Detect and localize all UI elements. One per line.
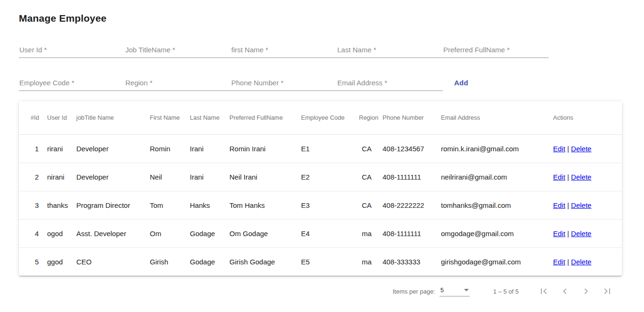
employee-form-row-2: Add bbox=[19, 74, 644, 91]
edit-link[interactable]: Edit bbox=[553, 201, 565, 209]
form-fields-row-1 bbox=[19, 41, 549, 58]
cell-phone: 408-333333 bbox=[383, 247, 441, 276]
column-header-user-id: User Id bbox=[47, 101, 76, 134]
action-separator: | bbox=[565, 173, 571, 181]
form-field-phone-number bbox=[231, 74, 337, 91]
cell-first-name: Romin bbox=[150, 134, 190, 163]
region-input[interactable] bbox=[125, 74, 231, 90]
cell-user-id: rirani bbox=[47, 134, 76, 163]
cell-region: CA bbox=[359, 163, 383, 191]
cell-preferred-fullname: Om Godage bbox=[229, 219, 301, 247]
cell-email: romin.k.irani@gmail.com bbox=[441, 134, 553, 163]
last-name-input[interactable] bbox=[337, 41, 443, 57]
paginator: Items per page: 5 1 – 5 of 5 bbox=[0, 282, 644, 301]
employee-code-input[interactable] bbox=[19, 74, 125, 90]
cell-phone: 408-1111111 bbox=[383, 163, 441, 191]
cell-user-id: ogod bbox=[47, 219, 76, 247]
action-separator: | bbox=[565, 145, 571, 153]
chevron-left-icon bbox=[559, 286, 571, 297]
page-size-value: 5 bbox=[440, 287, 444, 294]
delete-link[interactable]: Delete bbox=[571, 145, 591, 153]
column-header-email-address: Email Address bbox=[441, 101, 553, 134]
phone-number-input[interactable] bbox=[231, 74, 337, 90]
first-page-button[interactable] bbox=[534, 282, 553, 301]
preferred-fullname-input[interactable] bbox=[443, 41, 549, 57]
cell-job-title: CEO bbox=[76, 247, 150, 276]
page-size-select[interactable]: 5 bbox=[440, 287, 470, 296]
form-field-job-titlename bbox=[125, 41, 231, 58]
cell-region: CA bbox=[359, 134, 383, 163]
cell-actions: Edit | Delete bbox=[553, 219, 622, 247]
edit-link[interactable]: Edit bbox=[553, 230, 565, 238]
cell-first-name: Tom bbox=[150, 191, 190, 219]
table-row: 4ogodAsst. DeveloperOmGodageOm GodageE4m… bbox=[19, 219, 622, 247]
cell-email: girishgodage@gmail.com bbox=[441, 247, 553, 276]
last-page-button[interactable] bbox=[598, 282, 617, 301]
table-row: 1riraniDeveloperRominIraniRomin IraniE1C… bbox=[19, 134, 622, 163]
cell-last-name: Godage bbox=[190, 247, 229, 276]
paginator-range-label: 1 – 5 of 5 bbox=[493, 288, 519, 295]
job-titlename-input[interactable] bbox=[125, 41, 231, 57]
add-button[interactable]: Add bbox=[449, 75, 473, 91]
cell-job-title: Developer bbox=[76, 163, 150, 191]
email-address-input[interactable] bbox=[337, 74, 443, 90]
action-separator: | bbox=[565, 201, 571, 209]
edit-link[interactable]: Edit bbox=[553, 173, 565, 181]
column-header-phone-number: Phone Number bbox=[383, 101, 441, 134]
cell-employee-code: E5 bbox=[301, 247, 359, 276]
employee-form-row-1 bbox=[19, 41, 644, 58]
column-header-last-name: Last Name bbox=[190, 101, 229, 134]
cell-job-title: Asst. Developer bbox=[76, 219, 150, 247]
column-header-preferred-fullname: Preferred FullName bbox=[229, 101, 301, 134]
form-field-preferred-fullname bbox=[443, 41, 549, 58]
form-field-last-name bbox=[337, 41, 443, 58]
chevron-down-icon bbox=[464, 289, 469, 291]
table-row: 5ggodCEOGirishGodageGirish GodageE5ma408… bbox=[19, 247, 622, 276]
cell-phone: 408-1111111 bbox=[383, 219, 441, 247]
cell-last-name: Godage bbox=[190, 219, 229, 247]
cell-user-id: ggod bbox=[47, 247, 76, 276]
next-page-button[interactable] bbox=[577, 282, 595, 301]
cell-first-name: Om bbox=[150, 219, 190, 247]
cell-employee-code: E2 bbox=[301, 163, 359, 191]
page-title: Manage Employee bbox=[19, 13, 644, 24]
form-fields-row-2 bbox=[19, 74, 443, 91]
form-field-region bbox=[125, 74, 231, 91]
edit-link[interactable]: Edit bbox=[553, 145, 565, 153]
last-page-icon bbox=[602, 286, 613, 297]
cell-employee-code: E3 bbox=[301, 191, 359, 219]
cell-phone: 408-2222222 bbox=[383, 191, 441, 219]
cell-region: CA bbox=[359, 191, 383, 219]
cell-id: 5 bbox=[19, 247, 47, 276]
cell-actions: Edit | Delete bbox=[553, 247, 622, 276]
user-id-input[interactable] bbox=[19, 41, 125, 57]
table-row: 2niraniDeveloperNeilIraniNeil IraniE2CA4… bbox=[19, 163, 622, 191]
table-header-row: #IdUser IdjobTitle NameFirst NameLast Na… bbox=[19, 101, 622, 134]
action-separator: | bbox=[565, 230, 571, 238]
cell-email: neilrirani@gmail.com bbox=[441, 163, 553, 191]
employee-table: #IdUser IdjobTitle NameFirst NameLast Na… bbox=[19, 101, 622, 276]
delete-link[interactable]: Delete bbox=[571, 230, 591, 238]
cell-id: 3 bbox=[19, 191, 47, 219]
employee-table-card: #IdUser IdjobTitle NameFirst NameLast Na… bbox=[19, 101, 622, 276]
first-name-input[interactable] bbox=[231, 41, 337, 57]
form-field-email-address bbox=[337, 74, 443, 91]
previous-page-button[interactable] bbox=[555, 282, 574, 301]
form-field-first-name bbox=[231, 41, 337, 58]
cell-id: 4 bbox=[19, 219, 47, 247]
chevron-right-icon bbox=[580, 286, 592, 297]
edit-link[interactable]: Edit bbox=[553, 258, 565, 266]
cell-preferred-fullname: Tom Hanks bbox=[229, 191, 301, 219]
delete-link[interactable]: Delete bbox=[571, 201, 591, 209]
column-header-actions: Actions bbox=[553, 101, 622, 134]
cell-phone: 408-1234567 bbox=[383, 134, 441, 163]
cell-job-title: Developer bbox=[76, 134, 150, 163]
cell-last-name: Hanks bbox=[190, 191, 229, 219]
cell-first-name: Neil bbox=[150, 163, 190, 191]
column-header-region: Region bbox=[359, 101, 383, 134]
column-header-jobtitle-name: jobTitle Name bbox=[76, 101, 150, 134]
cell-user-id: nirani bbox=[47, 163, 76, 191]
delete-link[interactable]: Delete bbox=[571, 173, 591, 181]
delete-link[interactable]: Delete bbox=[571, 258, 591, 266]
cell-email: omgodage@gmail.com bbox=[441, 219, 553, 247]
